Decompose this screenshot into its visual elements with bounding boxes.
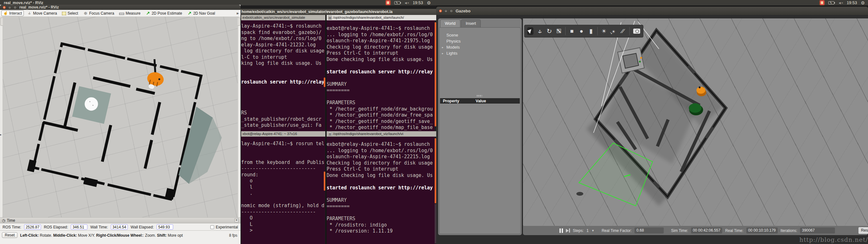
pause-icon[interactable]: [559, 228, 563, 233]
terminal-line: from the keyboard and Publis: [241, 159, 325, 166]
split-window-icon[interactable]: ⊞: [328, 16, 332, 20]
battery-icon[interactable]: [828, 1, 834, 4]
displays-panel-collapsed[interactable]: ▸: [0, 17, 3, 217]
tab-world[interactable]: World: [440, 20, 460, 27]
ime-pinyin-icon[interactable]: [820, 0, 825, 5]
box-icon[interactable]: [569, 27, 575, 35]
selection-region: [579, 143, 653, 206]
reset-time-button[interactable]: Res: [859, 227, 868, 234]
rviz-titlebar[interactable]: x – □ real_move.rviz* - RViz: [0, 5, 241, 10]
splitter-dots[interactable]: [477, 95, 482, 97]
step-icon[interactable]: [566, 228, 570, 233]
value-column-header[interactable]: Value: [476, 99, 486, 103]
scale-icon[interactable]: [556, 27, 562, 35]
property-column-header[interactable]: Property: [440, 99, 476, 103]
reset-button[interactable]: Reset: [2, 232, 18, 238]
ruler-icon: [119, 13, 124, 15]
cylinder-icon[interactable]: [588, 27, 594, 35]
toolbar-measure[interactable]: Measure: [117, 10, 142, 16]
term-pane-body-2[interactable]: lay-Aspire-4741:~$ rosrun tel from the k…: [241, 136, 325, 244]
sphere-icon[interactable]: [578, 27, 585, 35]
spot-light-icon[interactable]: [610, 27, 617, 35]
battery-icon[interactable]: [394, 1, 400, 4]
tree-item-models[interactable]: ▸Models: [442, 44, 461, 50]
term-pane-title-2[interactable]: xbot@relay-Aspire-4741: ~ 37x16: [241, 131, 326, 136]
gazebo-titlebar[interactable]: x – □ Gazebo: [436, 7, 868, 15]
session-gear-icon[interactable]: ⚙: [861, 1, 865, 5]
term-pane-body-0[interactable]: lay-Aspire-4741:~$ roslaunchspack find e…: [241, 20, 325, 131]
sim-time-value: 00 00:42:06.557: [691, 227, 722, 234]
terminal-line: lay-Aspire-4741:~$ roslaunch: [241, 23, 325, 30]
tray-clock[interactable]: 19:53: [847, 0, 857, 5]
term-pane-title-0[interactable]: exbot/catkin_ws/src/evarobot_simulate: [241, 15, 326, 20]
split-window-icon[interactable]: ⊞: [328, 132, 332, 136]
sim-time-label: Sim Time:: [671, 228, 688, 233]
maximize-icon[interactable]: □: [450, 9, 453, 13]
close-icon[interactable]: ✕: [235, 218, 239, 222]
close-icon[interactable]: x: [439, 9, 442, 13]
toolbar-2d-nav-goal[interactable]: 2D Nav Goal: [185, 10, 217, 16]
tree-item-physics[interactable]: Physics: [442, 38, 461, 44]
point-light-icon[interactable]: [601, 27, 607, 35]
minimize-icon[interactable]: –: [8, 6, 11, 9]
term-pane-body-1[interactable]: exbot@relay-Aspire-4741:~$ roslaunch... …: [327, 20, 435, 131]
rotate-icon[interactable]: [546, 27, 553, 35]
gazebo-3d-view[interactable]: [523, 19, 868, 226]
maximize-icon[interactable]: □: [13, 6, 17, 9]
expander-icon: ▸: [442, 52, 445, 55]
toolbar-interact[interactable]: Interact: [1, 10, 24, 16]
status-hint-run: More opt: [167, 233, 183, 238]
rviz-3d-viewport[interactable]: [3, 17, 238, 217]
chevron-down-icon[interactable]: ▼: [592, 229, 594, 232]
chevron-right-icon[interactable]: ▸: [0, 133, 2, 136]
terminal-line: ng to /home/exbot/.ros/log/0: [241, 36, 325, 42]
time-panel-header[interactable]: ◷ Time ✕: [0, 218, 241, 223]
term-pane-body-3[interactable]: exbot@relay-Aspire-4741:~$ roslaunch... …: [327, 136, 435, 244]
terminal-line: Done checking log file disk usage. Us: [327, 173, 435, 179]
toolbar-select[interactable]: Select: [60, 10, 80, 16]
time-field-value[interactable]: 2526.87: [24, 224, 41, 230]
term-pane-title-1[interactable]: ⊞/opt/ros/indigo/share/evarobot_slam/lau…: [327, 15, 436, 20]
focus-icon: [83, 11, 88, 16]
volume-muted-icon[interactable]: ◄×: [404, 1, 409, 5]
ime-pinyin-icon[interactable]: [386, 0, 391, 5]
real-time-label: Real Time:: [725, 228, 743, 233]
toolbar-focus-camera[interactable]: Focus Camera: [81, 10, 116, 16]
tree-item-lights[interactable]: ▸Lights: [442, 50, 461, 56]
directional-light-icon[interactable]: [620, 27, 626, 35]
session-gear-icon[interactable]: ⚙: [427, 1, 431, 5]
terminal-window-title[interactable]: home/exbot/catkin_ws/src/evarobot_simula…: [241, 9, 436, 15]
terminal-line: [241, 197, 325, 203]
scrollbar-thumb[interactable]: [324, 172, 326, 191]
checkbox-icon[interactable]: [210, 225, 214, 229]
gazebo-statusbar: Steps: 1 ▼ Real Time Factor: 0.68 Sim Ti…: [523, 226, 868, 235]
views-panel-collapsed[interactable]: [238, 17, 241, 217]
time-field-value[interactable]: 549.93: [157, 224, 173, 230]
steps-value[interactable]: 1: [587, 228, 589, 233]
translate-icon[interactable]: [537, 27, 543, 35]
terminal-line: SUMMARY: [327, 81, 435, 88]
window-buttons: x – □: [0, 6, 20, 9]
toolbar-overflow-chevron[interactable]: »: [237, 11, 239, 16]
time-field-value[interactable]: 3414.54: [111, 224, 128, 230]
toolbar-2d-pose-estimate[interactable]: 2D Pose Estimate: [144, 10, 184, 16]
debris: [576, 192, 583, 196]
tree-item-scene[interactable]: Scene: [442, 32, 461, 38]
select-arrow-icon[interactable]: [527, 27, 533, 35]
term-pane-title-3[interactable]: ⊞/opt/ros/indigo/share/evarobot_viz/laun…: [327, 131, 436, 136]
terminal-line: PARAMETERS: [327, 216, 435, 222]
screenshot-camera-icon[interactable]: [633, 27, 641, 35]
close-icon[interactable]: x: [3, 6, 6, 9]
tab-insert[interactable]: Insert: [461, 20, 481, 27]
pane-title-text: xbot@relay-Aspire-4741: ~ 37x16: [242, 131, 297, 136]
volume-muted-icon[interactable]: ◄×: [838, 1, 843, 5]
toolbar-divider: [597, 27, 598, 35]
minimize-icon[interactable]: –: [444, 9, 448, 13]
time-field-value[interactable]: 346.51: [71, 224, 87, 230]
scrollbar-thumb[interactable]: [324, 78, 326, 87]
tray-clock[interactable]: 19:53: [413, 0, 423, 5]
toolbar-button-label: Measure: [125, 11, 141, 16]
pane-divider[interactable]: [326, 15, 327, 244]
toolbar-move-camera[interactable]: Move Camera: [25, 10, 59, 16]
terminal-line: RS: [241, 110, 325, 116]
